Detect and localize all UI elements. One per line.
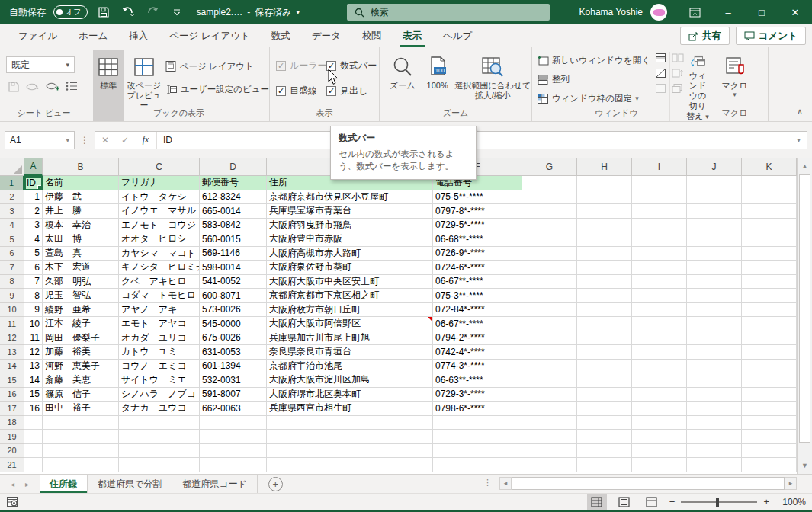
cell[interactable]: 569-1146 [200,247,267,261]
cell[interactable] [522,247,577,261]
cell[interactable] [632,360,687,374]
column-header-B[interactable]: B [43,158,119,176]
cell[interactable]: 斎藤 美恵 [43,373,119,388]
cell[interactable] [577,458,632,472]
cell[interactable] [632,176,687,190]
cell[interactable] [742,430,797,444]
cell[interactable] [632,232,687,247]
ribbon-tab-7[interactable]: 表示 [392,24,432,47]
row-header-21[interactable]: 21 [0,458,24,472]
cell[interactable] [522,345,577,360]
cell[interactable] [632,331,687,346]
cell[interactable]: 久部 明弘 [43,275,119,290]
save-icon[interactable] [95,5,112,20]
cell[interactable]: 太田 博 [43,232,119,247]
cell[interactable] [43,458,119,472]
cell[interactable] [200,416,267,430]
cell[interactable] [632,204,687,219]
cell[interactable]: 662-0063 [200,402,267,416]
column-header-I[interactable]: I [632,158,687,176]
checkbox-目盛線[interactable]: ✓目盛線 [276,85,325,98]
cell[interactable]: 2 [24,204,43,219]
zoom-slider-handle[interactable] [716,498,719,507]
cell[interactable]: カヤシマ マコト [119,247,200,261]
cell[interactable] [522,232,577,247]
cell[interactable] [433,416,522,430]
cell[interactable]: 601-1394 [200,360,267,374]
cell[interactable] [742,402,797,416]
cell[interactable]: 兵庫県西宮市相生町 [267,402,433,416]
cell[interactable] [522,430,577,444]
close-button[interactable]: ✕ [778,0,812,24]
cell[interactable]: クベ アキヒロ [119,275,200,290]
cell[interactable] [742,317,797,331]
cell[interactable] [267,444,433,459]
cell[interactable]: 5 [24,247,43,261]
cell[interactable]: 600-8071 [200,289,267,303]
cell[interactable] [632,247,687,261]
cell[interactable]: 加藤 裕美 [43,345,119,360]
cell[interactable]: 0742-4*-**** [433,345,522,360]
cell[interactable] [522,458,577,472]
cell[interactable] [687,219,742,233]
cell[interactable] [742,360,797,374]
cell[interactable] [119,458,200,472]
cell[interactable] [632,261,687,275]
cell[interactable]: 0724-6*-**** [433,261,522,275]
cell[interactable]: カトウ ユミ [119,345,200,360]
row-header-4[interactable]: 4 [0,219,24,233]
comments-button[interactable]: コメント [736,27,806,45]
cell[interactable] [742,219,797,233]
row-header-12[interactable]: 12 [0,331,24,346]
cell[interactable]: 06-63**-**** [433,373,522,388]
cell[interactable] [119,444,200,459]
cell[interactable] [687,444,742,459]
cell[interactable] [742,204,797,219]
cell[interactable] [687,261,742,275]
scroll-left-icon[interactable]: ◂ [499,477,512,490]
cell[interactable] [24,430,43,444]
cell[interactable]: 篠原 信子 [43,388,119,402]
cell[interactable] [200,458,267,472]
cell[interactable] [43,430,119,444]
cell[interactable] [522,275,577,290]
cell[interactable]: 大阪府泉佐野市葵町 [267,261,433,275]
cell[interactable]: 0797-8*-**** [433,204,522,219]
maximize-button[interactable]: □ [745,0,778,24]
undo-icon[interactable] [120,5,136,20]
cell[interactable] [577,331,632,346]
cell[interactable]: 0729-3*-**** [433,388,522,402]
saved-dropdown-icon[interactable]: ▾ [296,8,300,16]
cell[interactable] [632,345,687,360]
cell[interactable] [687,303,742,318]
cell[interactable] [24,458,43,472]
ribbon-tab-0[interactable]: ファイル [8,24,68,47]
cell[interactable]: 京都府京都市伏見区小豆屋町 [267,190,433,205]
autosave-toggle[interactable]: オフ [53,5,88,19]
cell[interactable] [742,416,797,430]
name-box[interactable]: A1 ▾ [5,131,75,149]
cell[interactable]: 075-3**-**** [433,289,522,303]
cell[interactable] [742,444,797,459]
cell[interactable]: キノシタ ヒロミチ [119,261,200,275]
cell[interactable] [742,289,797,303]
cell[interactable]: 10 [24,317,43,331]
cell[interactable] [687,373,742,388]
cell[interactable] [632,317,687,331]
vertical-scroll-thumb[interactable] [799,174,810,443]
cell[interactable] [522,360,577,374]
zoom-level[interactable]: 100% [777,497,806,507]
cell[interactable] [742,373,797,388]
cell[interactable] [687,317,742,331]
column-header-A[interactable]: A [24,158,43,176]
minimize-button[interactable]: – [711,0,745,24]
split-button[interactable] [655,53,666,63]
ribbon-tab-6[interactable]: 校閲 [351,24,392,47]
cell[interactable]: 583-0842 [200,219,267,233]
page-layout-button[interactable]: ページ レイアウト [165,58,269,75]
cell[interactable] [267,416,433,430]
cell[interactable] [632,402,687,416]
row-header-9[interactable]: 9 [0,289,24,303]
cell[interactable] [632,303,687,318]
cell[interactable] [522,388,577,402]
